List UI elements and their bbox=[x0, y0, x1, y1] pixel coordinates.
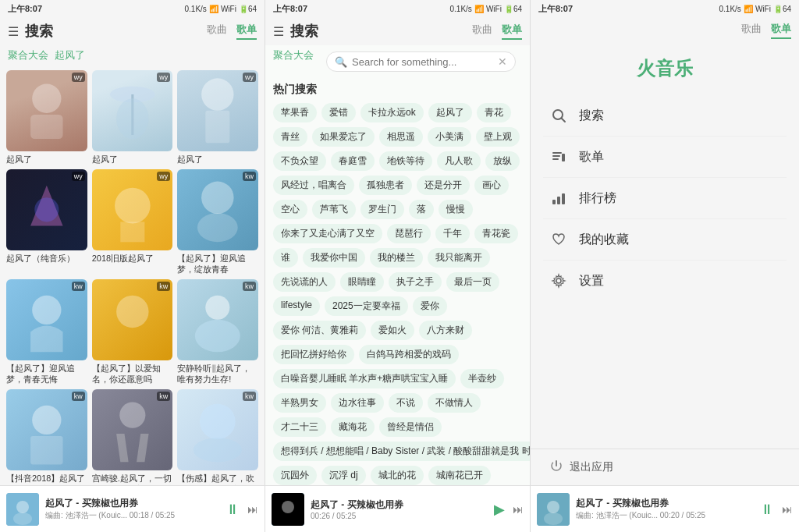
hot-tag-12[interactable]: 地铁等待 bbox=[379, 151, 432, 171]
hot-tag-6[interactable]: 如果爱忘了 bbox=[312, 127, 375, 147]
hot-tag-5[interactable]: 青丝 bbox=[273, 127, 307, 147]
hot-tag-2[interactable]: 卡拉永远ok bbox=[360, 103, 424, 122]
hot-tag-47[interactable]: 边水往事 bbox=[331, 393, 384, 413]
signal-icon-3: 📶 bbox=[744, 5, 753, 13]
hot-tag-32[interactable]: 先说谎的人 bbox=[273, 272, 336, 292]
hot-tag-36[interactable]: lifestyle bbox=[273, 296, 320, 316]
hot-tag-54[interactable]: 沉园外 bbox=[273, 466, 317, 485]
hot-tag-23[interactable]: 慢慢 bbox=[439, 200, 473, 219]
menu-item-settings[interactable]: 设置 bbox=[543, 261, 787, 301]
hot-tag-25[interactable]: 琵琶行 bbox=[387, 224, 431, 243]
hamburger-icon-2[interactable]: ☰ bbox=[273, 24, 284, 39]
grid-item-1[interactable]: wy 起风了 bbox=[92, 70, 173, 165]
hot-tag-57[interactable]: 城南花已开 bbox=[428, 466, 491, 485]
tab-song-2[interactable]: 歌曲 bbox=[472, 23, 492, 40]
search-tag-juhui[interactable]: 聚合大会 bbox=[8, 48, 48, 62]
hot-tag-3[interactable]: 起风了 bbox=[428, 103, 472, 122]
hot-tag-21[interactable]: 罗生门 bbox=[360, 200, 404, 219]
tab-playlist-2[interactable]: 歌单 bbox=[502, 23, 522, 40]
menu-item-search[interactable]: 搜索 bbox=[543, 95, 787, 137]
logout-bar[interactable]: 退出应用 bbox=[531, 449, 799, 485]
menu-item-chart[interactable]: 排行榜 bbox=[543, 178, 787, 219]
hot-tag-43[interactable]: 白鸽马跨相爱的戏码 bbox=[359, 345, 459, 364]
hamburger-icon-1[interactable]: ☰ bbox=[8, 24, 19, 39]
grid-item-9[interactable]: kw 【抖音2018】起风了ヤキモチ专题 bbox=[6, 389, 87, 485]
hot-tag-49[interactable]: 不做情人 bbox=[428, 393, 481, 413]
search-tag-juhui-2[interactable]: 聚合大会 bbox=[273, 48, 314, 75]
play-pause-btn-1[interactable]: ⏸ bbox=[225, 502, 240, 516]
grid-item-8[interactable]: kw 安静聆听∥起风了，唯有努力生存! bbox=[177, 279, 258, 385]
tab-playlist-1[interactable]: 歌单 bbox=[236, 23, 257, 40]
search-clear-icon[interactable]: ✕ bbox=[498, 55, 507, 68]
hot-tag-15[interactable]: 风经过，唱离合 bbox=[273, 176, 354, 195]
hot-tag-10[interactable]: 不负众望 bbox=[273, 151, 326, 171]
hot-tag-14[interactable]: 放纵 bbox=[485, 151, 520, 171]
hot-tag-38[interactable]: 爱你 bbox=[413, 296, 447, 316]
hot-tag-13[interactable]: 凡人歌 bbox=[437, 151, 481, 171]
hot-tag-19[interactable]: 空心 bbox=[273, 200, 307, 219]
grid-item-10[interactable]: kw 宫崎骏.起风了，一切还是那么的宁静 bbox=[92, 389, 173, 485]
hot-tag-42[interactable]: 把回忆拼好给你 bbox=[273, 345, 354, 364]
hot-tag-52[interactable]: 曾经是情侣 bbox=[379, 417, 442, 437]
hot-search-section: 热门搜索 苹果香 爱错 卡拉永远ok 起风了 青花 青丝 如果爱忘了 相思遥 小… bbox=[265, 80, 530, 485]
hot-tag-45[interactable]: 半壶纱 bbox=[460, 369, 504, 388]
hot-tag-31[interactable]: 我只能离开 bbox=[428, 248, 490, 268]
hot-tag-24[interactable]: 你来了又走心满了又空 bbox=[273, 224, 382, 243]
hot-tag-22[interactable]: 落 bbox=[409, 200, 434, 219]
hot-tag-40[interactable]: 爱如火 bbox=[371, 321, 414, 340]
search-tag-qifengle[interactable]: 起风了 bbox=[55, 48, 85, 62]
hot-tag-11[interactable]: 春庭雪 bbox=[331, 151, 375, 171]
hot-tag-33[interactable]: 眼睛瞳 bbox=[340, 272, 384, 292]
hot-tag-48[interactable]: 不说 bbox=[389, 393, 423, 413]
hot-tag-4[interactable]: 青花 bbox=[477, 103, 511, 122]
hot-tag-28[interactable]: 谁 bbox=[273, 248, 298, 268]
grid-item-6[interactable]: kw 【起风了】迎风追梦，青春无悔 bbox=[6, 279, 87, 385]
next-btn-2[interactable]: ⏭ bbox=[513, 504, 524, 515]
grid-label-0: 起风了 bbox=[6, 154, 87, 165]
hot-tag-46[interactable]: 半熟男女 bbox=[273, 393, 326, 413]
hot-tag-51[interactable]: 藏海花 bbox=[331, 417, 375, 437]
grid-item-2[interactable]: wy 起风了 bbox=[177, 70, 258, 165]
hot-tag-0[interactable]: 苹果香 bbox=[273, 103, 317, 122]
grid-item-4[interactable]: wy 2018旧版起风了 bbox=[92, 169, 173, 275]
hot-tag-55[interactable]: 沉浮 dj bbox=[321, 466, 366, 485]
hot-tag-50[interactable]: 才二十三 bbox=[273, 417, 326, 437]
hot-tag-8[interactable]: 小美满 bbox=[428, 127, 471, 147]
play-pause-btn-3[interactable]: ⏸ bbox=[760, 502, 774, 516]
tab-song-1[interactable]: 歌曲 bbox=[207, 23, 227, 40]
tab-song-3[interactable]: 歌曲 bbox=[741, 22, 762, 39]
menu-item-playlist[interactable]: 歌单 bbox=[543, 137, 787, 178]
hot-tag-27[interactable]: 青花瓷 bbox=[474, 224, 518, 243]
grid-item-5[interactable]: kw 【起风了】迎风追梦，绽放青春 bbox=[177, 169, 258, 275]
tab-playlist-3[interactable]: 歌单 bbox=[771, 22, 791, 39]
menu-item-favorites[interactable]: 我的收藏 bbox=[543, 219, 787, 261]
play-btn-2[interactable]: ▶ bbox=[494, 502, 505, 516]
grid-item-0[interactable]: wy 起风了 bbox=[6, 70, 87, 165]
next-btn-3[interactable]: ⏭ bbox=[782, 504, 793, 515]
hot-tag-16[interactable]: 孤独患者 bbox=[359, 176, 412, 195]
hot-tag-9[interactable]: 壁上观 bbox=[476, 127, 520, 147]
grid-item-3[interactable]: wy 起风了（纯音乐） bbox=[6, 169, 87, 275]
search-input-field[interactable] bbox=[352, 56, 493, 68]
hot-tag-41[interactable]: 八方来财 bbox=[419, 321, 472, 340]
hot-tag-29[interactable]: 我爱你中国 bbox=[303, 248, 365, 268]
hot-tag-44[interactable]: 白噪音婴儿睡眠 羊水声+糖声哄宝宝入睡 bbox=[273, 369, 456, 388]
next-btn-1[interactable]: ⏭ bbox=[247, 504, 258, 515]
grid-item-11[interactable]: kw 【伤感】起风了，吹散了我对你的爱煞 bbox=[177, 389, 258, 485]
hot-tag-1[interactable]: 爱错 bbox=[321, 103, 356, 122]
hot-tag-30[interactable]: 我的楼兰 bbox=[370, 248, 423, 268]
hot-tag-7[interactable]: 相思遥 bbox=[379, 127, 423, 147]
hot-tag-34[interactable]: 执子之手 bbox=[389, 272, 442, 292]
hot-tag-20[interactable]: 芦苇飞 bbox=[312, 200, 356, 219]
hot-tag-17[interactable]: 还是分开 bbox=[417, 176, 470, 195]
hot-tag-39[interactable]: 爱你 何洁、黄雅莉 bbox=[273, 321, 366, 340]
hot-tags-row: 苹果香 爱错 卡拉永远ok 起风了 青花 bbox=[273, 103, 522, 122]
search-input-bar[interactable]: 🔍 ✕ bbox=[326, 51, 516, 72]
hot-tag-37[interactable]: 2025一定要幸福 bbox=[325, 296, 408, 316]
hot-tag-18[interactable]: 画心 bbox=[474, 176, 509, 195]
hot-tag-56[interactable]: 城北的花 bbox=[371, 466, 424, 485]
hot-tag-35[interactable]: 最后一页 bbox=[446, 272, 499, 292]
hot-tag-26[interactable]: 千年 bbox=[435, 224, 470, 243]
grid-item-7[interactable]: kw 【起风了】以爱知名，你还愿意吗 bbox=[92, 279, 173, 385]
hot-tag-53[interactable]: 想得到兵 / 想想能唱 / Baby Sister / 武装 / 酸酸甜甜就是我… bbox=[273, 442, 530, 461]
